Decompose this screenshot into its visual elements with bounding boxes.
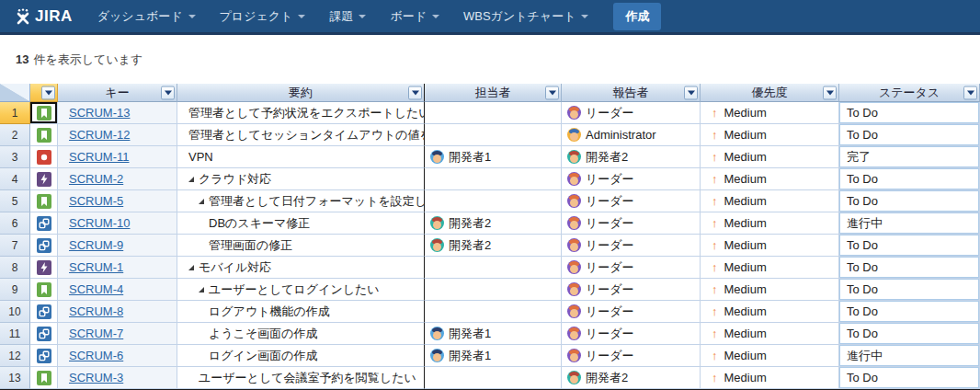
row-number-cell[interactable]: 10 bbox=[0, 301, 30, 323]
issue-key-link[interactable]: SCRUM-5 bbox=[69, 194, 123, 208]
assignee-cell[interactable]: 開発者2 bbox=[425, 212, 562, 235]
assignee-cell[interactable] bbox=[425, 367, 562, 389]
filter-icon[interactable] bbox=[161, 86, 175, 99]
row-number-cell[interactable]: 12 bbox=[0, 345, 30, 367]
issue-key-cell[interactable]: SCRUM-5 bbox=[58, 190, 177, 212]
column-header-summary[interactable]: 要約 bbox=[177, 84, 425, 102]
reporter-cell[interactable]: リーダー bbox=[562, 257, 701, 279]
expand-triangle-icon[interactable] bbox=[199, 287, 204, 292]
reporter-cell[interactable]: リーダー bbox=[562, 102, 701, 124]
row-number-cell[interactable]: 11 bbox=[0, 323, 30, 345]
assignee-cell[interactable]: 開発者1 bbox=[425, 146, 562, 168]
issue-key-link[interactable]: SCRUM-2 bbox=[69, 172, 123, 186]
filter-icon[interactable] bbox=[963, 86, 977, 99]
summary-cell[interactable]: VPN bbox=[177, 146, 425, 168]
summary-cell[interactable]: 管理画面の修正 bbox=[177, 235, 425, 257]
row-number-cell[interactable]: 1 bbox=[0, 102, 30, 124]
issue-type-cell[interactable] bbox=[30, 190, 58, 212]
assignee-cell[interactable] bbox=[425, 279, 562, 301]
assignee-cell[interactable]: 開発者1 bbox=[425, 345, 562, 367]
summary-cell[interactable]: モバイル対応 bbox=[177, 257, 425, 279]
summary-cell[interactable]: 管理者として予約状況をエクスポートしたい bbox=[177, 102, 425, 124]
issue-key-cell[interactable]: SCRUM-8 bbox=[58, 301, 177, 323]
assignee-cell[interactable] bbox=[425, 124, 562, 146]
summary-cell[interactable]: 管理者としてセッションタイムアウトの値を変 bbox=[177, 124, 425, 146]
summary-cell[interactable]: DBのスキーマ修正 bbox=[177, 212, 425, 235]
reporter-cell[interactable]: リーダー bbox=[562, 279, 701, 301]
row-number-cell[interactable]: 6 bbox=[0, 212, 30, 235]
filter-icon[interactable] bbox=[408, 86, 422, 99]
status-cell[interactable]: 進行中 bbox=[839, 212, 980, 235]
column-header-key[interactable]: キー bbox=[58, 84, 177, 102]
status-cell[interactable]: To Do bbox=[839, 257, 980, 279]
issue-type-cell[interactable] bbox=[30, 146, 58, 168]
create-button[interactable]: 作成 bbox=[613, 3, 661, 30]
expand-triangle-icon[interactable] bbox=[199, 199, 204, 204]
issue-type-cell[interactable] bbox=[30, 301, 58, 323]
assignee-cell[interactable] bbox=[425, 102, 562, 124]
issue-type-cell[interactable] bbox=[30, 367, 58, 389]
status-cell[interactable]: To Do bbox=[839, 168, 980, 190]
assignee-cell[interactable] bbox=[425, 301, 562, 323]
issue-key-link[interactable]: SCRUM-6 bbox=[69, 349, 123, 362]
status-cell[interactable]: To Do bbox=[839, 235, 980, 257]
row-number-cell[interactable]: 2 bbox=[0, 124, 30, 146]
issue-key-link[interactable]: SCRUM-1 bbox=[69, 260, 123, 274]
priority-cell[interactable]: ↑Medium bbox=[701, 235, 839, 257]
priority-cell[interactable]: ↑Medium bbox=[701, 212, 839, 235]
issue-key-link[interactable]: SCRUM-9 bbox=[69, 238, 123, 252]
reporter-cell[interactable]: リーダー bbox=[562, 301, 701, 323]
filter-icon[interactable] bbox=[684, 86, 698, 99]
nav-item-wbs-gantt[interactable]: WBSガントチャート bbox=[451, 0, 600, 34]
issue-key-cell[interactable]: SCRUM-9 bbox=[58, 235, 177, 257]
row-number-cell[interactable]: 3 bbox=[0, 146, 30, 168]
expand-triangle-icon[interactable] bbox=[188, 265, 194, 270]
issue-key-cell[interactable]: SCRUM-4 bbox=[58, 279, 177, 301]
status-cell[interactable]: To Do bbox=[839, 323, 980, 345]
issue-type-cell[interactable] bbox=[30, 124, 58, 146]
issue-type-cell[interactable] bbox=[30, 212, 58, 235]
reporter-cell[interactable]: リーダー bbox=[562, 168, 701, 190]
priority-cell[interactable]: ↑Medium bbox=[701, 367, 839, 389]
assignee-cell[interactable] bbox=[425, 190, 562, 212]
summary-cell[interactable]: 管理者として日付フォーマットを設定した bbox=[177, 190, 425, 212]
issue-type-cell[interactable] bbox=[30, 257, 58, 279]
assignee-cell[interactable] bbox=[425, 257, 562, 279]
assignee-cell[interactable]: 開発者2 bbox=[425, 235, 562, 257]
status-cell[interactable]: To Do bbox=[839, 367, 980, 389]
issue-key-link[interactable]: SCRUM-13 bbox=[69, 106, 130, 120]
status-cell[interactable]: To Do bbox=[839, 124, 980, 146]
issue-key-cell[interactable]: SCRUM-7 bbox=[58, 323, 177, 345]
issue-type-cell[interactable] bbox=[30, 279, 58, 301]
jira-logo[interactable]: JIRA bbox=[15, 7, 73, 26]
issue-key-cell[interactable]: SCRUM-11 bbox=[58, 146, 177, 168]
row-number-cell[interactable]: 4 bbox=[0, 168, 30, 190]
issue-key-link[interactable]: SCRUM-11 bbox=[69, 150, 130, 164]
issue-key-cell[interactable]: SCRUM-3 bbox=[58, 367, 177, 389]
issue-key-cell[interactable]: SCRUM-1 bbox=[58, 257, 177, 279]
column-header-priority[interactable]: 優先度 bbox=[701, 84, 839, 102]
summary-cell[interactable]: ユーザーとして会議室予約を閲覧したい bbox=[177, 367, 425, 389]
summary-cell[interactable]: ユーザーとしてログインしたい bbox=[177, 279, 425, 301]
issue-key-cell[interactable]: SCRUM-13 bbox=[58, 102, 177, 124]
issue-key-link[interactable]: SCRUM-10 bbox=[69, 216, 130, 230]
reporter-cell[interactable]: リーダー bbox=[562, 235, 701, 257]
row-number-cell[interactable]: 5 bbox=[0, 190, 30, 212]
priority-cell[interactable]: ↑Medium bbox=[701, 102, 839, 124]
priority-cell[interactable]: ↑Medium bbox=[701, 190, 839, 212]
issue-key-link[interactable]: SCRUM-3 bbox=[69, 371, 123, 384]
nav-item-dashboard[interactable]: ダッシュボード bbox=[85, 0, 208, 34]
reporter-cell[interactable]: 開発者2 bbox=[562, 146, 701, 168]
status-cell[interactable]: To Do bbox=[839, 102, 980, 124]
issue-key-link[interactable]: SCRUM-4 bbox=[69, 282, 123, 296]
issue-type-cell[interactable] bbox=[30, 235, 58, 257]
reporter-cell[interactable]: リーダー bbox=[562, 345, 701, 367]
status-cell[interactable]: To Do bbox=[839, 190, 980, 212]
status-cell[interactable]: To Do bbox=[839, 301, 980, 323]
filter-icon[interactable] bbox=[545, 86, 559, 99]
issue-key-link[interactable]: SCRUM-12 bbox=[69, 128, 130, 142]
nav-item-project[interactable]: プロジェクト bbox=[208, 0, 318, 34]
corner-cell[interactable] bbox=[0, 84, 30, 102]
status-cell[interactable]: 進行中 bbox=[839, 345, 980, 367]
summary-cell[interactable]: ようこそ画面の作成 bbox=[177, 323, 425, 345]
